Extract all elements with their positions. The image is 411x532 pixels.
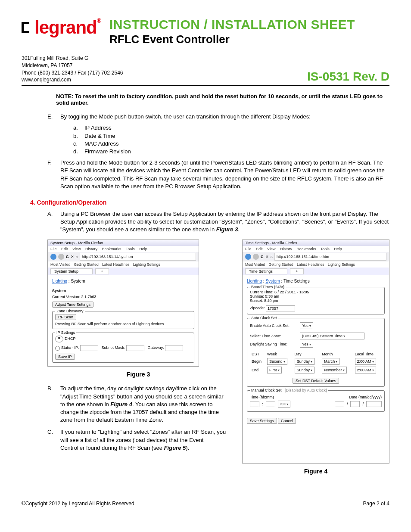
day-select[interactable]: Sunday	[295, 358, 315, 365]
dst-hdr: Week	[265, 351, 293, 357]
list-marker: B.	[47, 385, 60, 424]
new-tab[interactable]: +	[290, 268, 304, 274]
url-bar[interactable]: http://192.168.151.14/time.htm	[274, 253, 386, 261]
header: legrand® INSTRUCTION / INSTALLATION SHEE…	[22, 17, 389, 46]
logo-icon	[22, 22, 33, 33]
bookmark[interactable]: Most Visited	[245, 262, 265, 267]
week-select[interactable]: First	[267, 367, 282, 373]
list-marker: F.	[47, 159, 60, 190]
forward-icon[interactable]	[253, 254, 259, 260]
browser-tab[interactable]: Time Settings	[245, 268, 287, 274]
enable-auto-select[interactable]: Yes	[300, 322, 313, 329]
reload-icon[interactable]: C	[261, 255, 264, 259]
min-input[interactable]	[266, 401, 275, 407]
menu-item[interactable]: Bookmarks	[102, 247, 121, 251]
date-header: Date (mm/dd/yyyy)	[349, 395, 382, 399]
bookmark[interactable]: Getting Started	[269, 262, 293, 267]
ampm-select[interactable]: AM	[278, 401, 291, 408]
month-select[interactable]: March	[322, 358, 339, 365]
rf-scan-note: Pressing RF Scan will perform another sc…	[55, 322, 191, 326]
dhcp-radio[interactable]	[55, 336, 63, 342]
stop-icon[interactable]: ✕	[71, 255, 74, 259]
back-icon[interactable]	[50, 254, 56, 260]
menu-item[interactable]: Tools	[321, 247, 330, 251]
doc-subtitle: RFLC Event Controller	[109, 33, 389, 46]
breadcrumb-link[interactable]: System	[265, 279, 280, 283]
bookmark[interactable]: Most Visited	[50, 262, 70, 267]
item-e-text: By toggling the Mode push button switch,…	[60, 113, 311, 121]
back-icon[interactable]	[245, 254, 251, 260]
dst-row-label: Begin	[250, 357, 265, 366]
dd-input[interactable]	[350, 401, 360, 407]
forward-icon[interactable]	[58, 254, 64, 260]
version-value: 2.1.7b63	[81, 295, 97, 299]
bookmark[interactable]: Getting Started	[74, 262, 99, 267]
tz-select[interactable]: (GMT-05) Eastern Time	[300, 333, 364, 339]
dst-row-label: End	[250, 366, 265, 374]
zip-input[interactable]: 17057	[266, 305, 295, 311]
menu-item[interactable]: History	[280, 247, 292, 251]
breadcrumb-link[interactable]: Lighting	[52, 279, 67, 283]
breadcrumb-link[interactable]: Lighting	[247, 279, 262, 283]
adjust-time-button[interactable]: Adjust Time Settings	[52, 302, 93, 308]
figure3-screenshot: System Setup - Mozilla Firefox File Edit…	[47, 240, 199, 367]
cancel-button[interactable]: Cancel	[278, 418, 296, 424]
month-select[interactable]: November	[322, 367, 347, 373]
page-number: Page 2 of 4	[363, 501, 389, 507]
dst-select[interactable]: Yes	[300, 341, 313, 348]
menu-item[interactable]: View	[267, 247, 275, 251]
menu-item[interactable]: View	[72, 247, 81, 251]
menu-item[interactable]: Help	[139, 247, 147, 251]
current-time: Current Time: 6 / 22 / 2011 - 16:05	[250, 290, 382, 294]
stop-icon[interactable]: ✕	[265, 255, 269, 259]
day-select[interactable]: Sunday	[295, 367, 315, 373]
browser-tab[interactable]: System Setup	[50, 268, 93, 274]
save-ip-button[interactable]: Save IP	[55, 354, 75, 360]
ip-input[interactable]	[80, 345, 98, 351]
menu-item[interactable]: Bookmarks	[296, 247, 316, 251]
window-title: System Setup - Mozilla Firefox	[48, 240, 199, 246]
set-dst-button[interactable]: Set DST Default Values	[293, 378, 339, 384]
home-icon[interactable]: ⌂	[76, 255, 78, 259]
breadcrumb: Lighting : System	[52, 279, 194, 283]
save-settings-button[interactable]: Save Settings	[247, 418, 277, 424]
revision: IS-0531 Rev. D	[307, 70, 389, 84]
figure4-screenshot: Time Settings - Mozilla Firefox File Edi…	[242, 240, 389, 464]
menu-item[interactable]: Help	[334, 247, 342, 251]
bookmark[interactable]: Lighting Settings	[133, 262, 160, 267]
sub-text: IP Address	[84, 124, 112, 132]
mm-input[interactable]	[335, 401, 344, 407]
list-marker: E.	[47, 113, 60, 121]
address-line: www.onqlegrand.com	[22, 76, 123, 84]
menu-item[interactable]: Tools	[126, 247, 135, 251]
dst-hdr: DST	[250, 351, 265, 357]
home-icon[interactable]: ⌂	[271, 255, 273, 259]
gateway-input[interactable]	[165, 345, 183, 351]
subnet-input[interactable]	[126, 345, 144, 351]
bookmark[interactable]: Latest Headlines	[102, 262, 129, 267]
static-radio[interactable]	[55, 346, 60, 351]
reload-icon[interactable]: C	[66, 255, 69, 259]
yyyy-input[interactable]	[366, 401, 382, 407]
hour-input[interactable]	[250, 401, 259, 407]
menu-item[interactable]: File	[245, 247, 252, 251]
new-tab[interactable]: +	[95, 268, 109, 274]
copyright: ©Copyright 2012 by Legrand All Rights Re…	[22, 501, 136, 507]
time-select[interactable]: 2:00 AM	[355, 358, 376, 365]
menu-item[interactable]: Edit	[256, 247, 263, 251]
menu-item[interactable]: History	[85, 247, 97, 251]
sub-marker: d.	[73, 148, 84, 156]
rf-scan-button[interactable]: RF Scan	[55, 314, 76, 320]
bookmark[interactable]: Latest Headlines	[297, 262, 324, 267]
breadcrumb-current: Time Settings	[283, 279, 310, 283]
url-bar[interactable]: http://192.168.151.14/sys.htm	[80, 253, 196, 261]
time-select[interactable]: 2:00 AM	[355, 367, 376, 373]
list-marker: C.	[47, 428, 60, 452]
item-b-text: To adjust the time, day or daylight savi…	[60, 385, 229, 424]
figure4-caption: Figure 4	[242, 468, 389, 475]
sub-marker: b.	[73, 132, 84, 140]
menu-item[interactable]: Edit	[61, 247, 68, 251]
bookmark[interactable]: Lighting Settings	[328, 262, 355, 267]
menu-item[interactable]: File	[50, 247, 57, 251]
week-select[interactable]: Second	[267, 358, 287, 365]
